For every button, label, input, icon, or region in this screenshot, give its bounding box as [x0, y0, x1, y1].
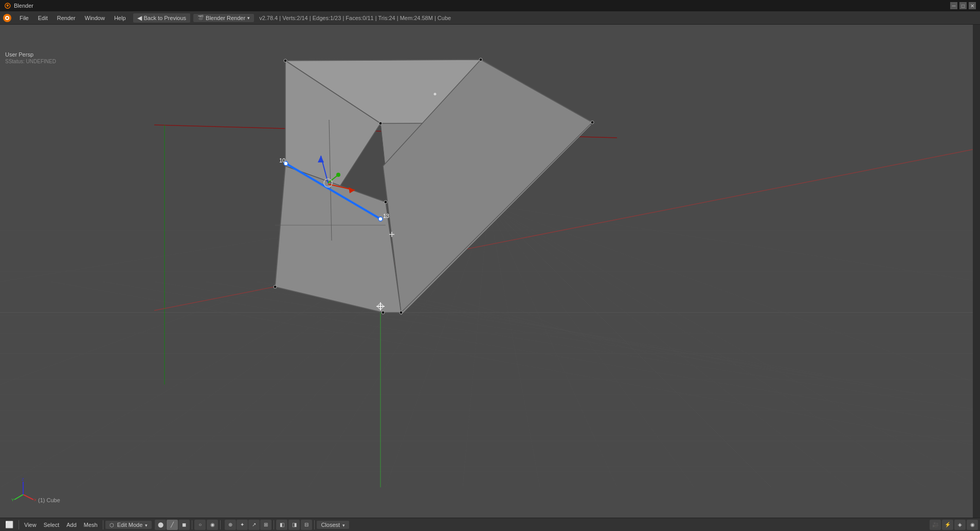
- render-engine-icon: 🎬: [197, 15, 204, 21]
- svg-text:Z: Z: [22, 477, 24, 482]
- svg-point-69: [400, 311, 403, 314]
- version-info: v2.78.4 | Verts:2/14 | Edges:1/23 | Face…: [259, 15, 978, 21]
- render-button[interactable]: ⚡: [942, 520, 953, 530]
- snap-group: ⊕ ✦ ↗ ⊞: [225, 520, 271, 530]
- svg-point-85: [434, 93, 437, 96]
- object-label: (1) Cube: [38, 497, 60, 503]
- mode-icon: ⬡: [110, 522, 114, 528]
- add-menu-button[interactable]: Add: [63, 521, 80, 529]
- edge-select-button[interactable]: ╱: [167, 520, 178, 530]
- window-menu[interactable]: Window: [81, 14, 109, 22]
- back-to-previous-button[interactable]: ◀ Back to Previous: [133, 13, 191, 23]
- svg-line-86: [23, 495, 33, 500]
- snap-align-button[interactable]: ⊞: [260, 520, 271, 530]
- select-menu-button[interactable]: Select: [41, 521, 63, 529]
- svg-point-66: [379, 122, 382, 125]
- minimize-button[interactable]: ─: [950, 2, 957, 9]
- face-select-button[interactable]: ◼: [178, 520, 190, 530]
- svg-point-62: [378, 217, 383, 221]
- svg-point-63: [284, 59, 287, 62]
- select-mode-group: ⬤ ╱ ◼: [155, 520, 190, 530]
- help-menu[interactable]: Help: [110, 14, 130, 22]
- svg-point-64: [479, 58, 482, 61]
- file-menu[interactable]: File: [15, 14, 33, 22]
- menu-bar: File Edit Render Window Help ◀ Back to P…: [0, 11, 980, 25]
- transform-gizmo: X Y Z: [10, 477, 36, 502]
- svg-point-68: [382, 311, 385, 314]
- snap-icon[interactable]: ⊕: [225, 520, 236, 530]
- render-engine-dropdown-icon: ▾: [247, 15, 250, 21]
- viewport-canvas: 10 13: [0, 25, 980, 518]
- mesh-menu-button[interactable]: Mesh: [81, 521, 101, 529]
- bottom-toolbar: ⬜ View Select Add Mesh ⬡ Edit Mode ▾ ⬤ ╱…: [0, 518, 980, 531]
- svg-text:10: 10: [279, 157, 285, 163]
- separator-3: [192, 520, 192, 529]
- separator-5: [274, 520, 274, 529]
- svg-point-70: [384, 200, 387, 204]
- render-menu[interactable]: Render: [53, 14, 80, 22]
- svg-text:X: X: [34, 498, 36, 502]
- shading-button[interactable]: ◉: [967, 520, 978, 530]
- maximize-button[interactable]: □: [959, 2, 967, 9]
- mode-label: Edit Mode: [117, 522, 143, 528]
- orientation-3-button[interactable]: ⊟: [301, 520, 312, 530]
- material-button[interactable]: ◈: [954, 520, 966, 530]
- proportional-edit-button[interactable]: ○: [194, 520, 206, 530]
- snap-type-label: Closest: [321, 522, 340, 528]
- window-controls[interactable]: ─ □ ✕: [950, 2, 976, 9]
- svg-text:13: 13: [383, 213, 389, 219]
- edit-menu[interactable]: Edit: [34, 14, 52, 22]
- render-engine-selector[interactable]: 🎬 Blender Render ▾: [193, 14, 254, 22]
- mode-dropdown-icon: ▾: [145, 523, 148, 528]
- viewport-status-label: SStatus: UNDEFINED: [5, 59, 56, 64]
- camera-view-button[interactable]: 🎥: [930, 520, 941, 530]
- render-engine-label: Blender Render: [206, 15, 245, 21]
- blender-icon: [2, 13, 12, 23]
- close-button[interactable]: ✕: [969, 2, 976, 9]
- window-title: Blender: [14, 3, 33, 9]
- blender-logo-icon: ⦿: [4, 2, 11, 10]
- svg-point-65: [591, 121, 594, 124]
- svg-point-2: [6, 17, 8, 19]
- separator-6: [314, 520, 315, 529]
- proportional-type-button[interactable]: ◉: [207, 520, 218, 530]
- orientation-2-button[interactable]: ◨: [288, 520, 300, 530]
- title-bar: ⦿ Blender ─ □ ✕: [0, 0, 980, 11]
- viewport-perspective-label: User Persp: [5, 51, 33, 58]
- viewport-3d[interactable]: 10 13 User P: [0, 25, 980, 518]
- back-icon: ◀: [137, 14, 142, 22]
- view-menu-button[interactable]: View: [21, 521, 40, 529]
- viewport-icon[interactable]: ⬜: [2, 520, 16, 529]
- snap-target-button[interactable]: ↗: [248, 520, 260, 530]
- snap-type-dropdown-icon: ▾: [342, 523, 345, 528]
- title-bar-left: ⦿ Blender: [4, 2, 33, 10]
- svg-point-67: [274, 285, 277, 288]
- snap-toggle[interactable]: ✦: [237, 520, 248, 530]
- back-label: Back to Previous: [144, 15, 187, 21]
- vertex-select-button[interactable]: ⬤: [155, 520, 166, 530]
- separator-1: [19, 520, 19, 529]
- edit-mode-selector[interactable]: ⬡ Edit Mode ▾: [105, 521, 152, 529]
- viewport-scrollbar[interactable]: [973, 25, 980, 518]
- svg-line-88: [14, 495, 23, 500]
- svg-point-78: [336, 173, 340, 177]
- separator-4: [220, 520, 221, 529]
- orientation-1-button[interactable]: ◧: [276, 520, 287, 530]
- svg-text:Y: Y: [11, 498, 14, 502]
- separator-2: [103, 520, 103, 529]
- snap-type-selector[interactable]: Closest ▾: [317, 521, 349, 529]
